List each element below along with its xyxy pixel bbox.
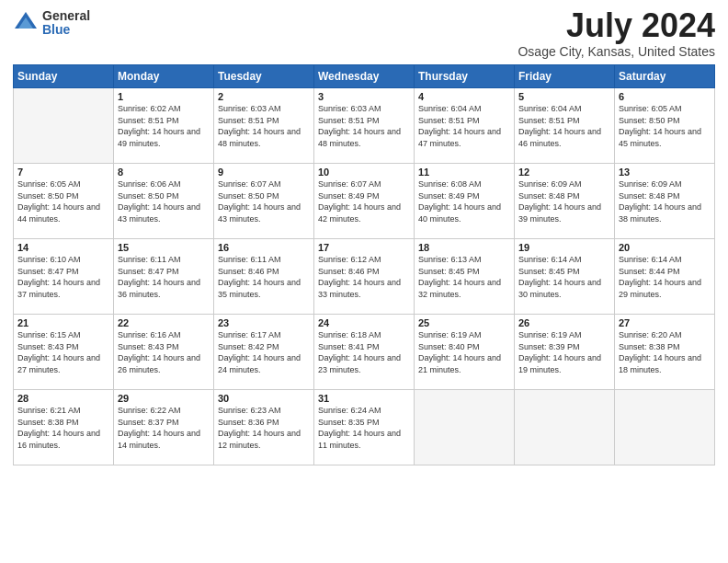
calendar-cell: 2Sunrise: 6:03 AM Sunset: 8:51 PM Daylig…: [214, 88, 314, 164]
calendar-cell: 31Sunrise: 6:24 AM Sunset: 8:35 PM Dayli…: [314, 390, 415, 465]
cell-info: Sunrise: 6:16 AM Sunset: 8:43 PM Dayligh…: [118, 329, 210, 375]
day-number: 31: [318, 393, 410, 404]
day-number: 21: [17, 317, 109, 328]
day-number: 30: [218, 393, 310, 404]
cell-info: Sunrise: 6:19 AM Sunset: 8:40 PM Dayligh…: [418, 329, 510, 375]
header-friday: Friday: [515, 65, 615, 88]
calendar-cell: [515, 390, 615, 465]
cell-info: Sunrise: 6:02 AM Sunset: 8:51 PM Dayligh…: [118, 103, 210, 149]
cell-info: Sunrise: 6:03 AM Sunset: 8:51 PM Dayligh…: [318, 103, 410, 149]
day-number: 13: [619, 167, 711, 178]
day-number: 2: [218, 91, 310, 102]
calendar-cell: 12Sunrise: 6:09 AM Sunset: 8:48 PM Dayli…: [515, 164, 615, 239]
calendar-cell: 29Sunrise: 6:22 AM Sunset: 8:37 PM Dayli…: [114, 390, 214, 465]
calendar-cell: 1Sunrise: 6:02 AM Sunset: 8:51 PM Daylig…: [114, 88, 214, 164]
calendar-cell: 15Sunrise: 6:11 AM Sunset: 8:47 PM Dayli…: [114, 239, 214, 315]
day-number: 22: [118, 317, 210, 328]
day-number: 24: [318, 317, 410, 328]
day-number: 14: [17, 242, 109, 253]
day-number: 9: [218, 167, 310, 178]
cell-info: Sunrise: 6:07 AM Sunset: 8:49 PM Dayligh…: [318, 178, 410, 224]
calendar-cell: 3Sunrise: 6:03 AM Sunset: 8:51 PM Daylig…: [314, 88, 415, 164]
day-number: 27: [619, 317, 711, 328]
day-number: 25: [418, 317, 510, 328]
week-row-0: 1Sunrise: 6:02 AM Sunset: 8:51 PM Daylig…: [14, 88, 715, 164]
calendar-cell: [615, 390, 715, 465]
calendar-cell: 13Sunrise: 6:09 AM Sunset: 8:48 PM Dayli…: [615, 164, 715, 239]
day-number: 23: [218, 317, 310, 328]
calendar-cell: [415, 390, 515, 465]
cell-info: Sunrise: 6:23 AM Sunset: 8:36 PM Dayligh…: [218, 405, 310, 451]
logo-general-text: General: [42, 9, 90, 23]
calendar-cell: 19Sunrise: 6:14 AM Sunset: 8:45 PM Dayli…: [515, 239, 615, 315]
day-number: 11: [418, 167, 510, 178]
calendar-cell: 20Sunrise: 6:14 AM Sunset: 8:44 PM Dayli…: [615, 239, 715, 315]
week-row-1: 7Sunrise: 6:05 AM Sunset: 8:50 PM Daylig…: [14, 164, 715, 239]
day-number: 17: [318, 242, 410, 253]
day-number: 5: [518, 91, 610, 102]
header-saturday: Saturday: [615, 65, 715, 88]
calendar-cell: 4Sunrise: 6:04 AM Sunset: 8:51 PM Daylig…: [415, 88, 515, 164]
week-row-3: 21Sunrise: 6:15 AM Sunset: 8:43 PM Dayli…: [14, 315, 715, 390]
day-number: 8: [118, 167, 210, 178]
header-thursday: Thursday: [415, 65, 515, 88]
calendar-cell: 11Sunrise: 6:08 AM Sunset: 8:49 PM Dayli…: [415, 164, 515, 239]
day-number: 29: [118, 393, 210, 404]
cell-info: Sunrise: 6:22 AM Sunset: 8:37 PM Dayligh…: [118, 405, 210, 451]
cell-info: Sunrise: 6:13 AM Sunset: 8:45 PM Dayligh…: [418, 254, 510, 300]
day-number: 4: [418, 91, 510, 102]
cell-info: Sunrise: 6:03 AM Sunset: 8:51 PM Dayligh…: [218, 103, 310, 149]
cell-info: Sunrise: 6:18 AM Sunset: 8:41 PM Dayligh…: [318, 329, 410, 375]
day-number: 19: [518, 242, 610, 253]
cell-info: Sunrise: 6:04 AM Sunset: 8:51 PM Dayligh…: [518, 103, 610, 149]
cell-info: Sunrise: 6:05 AM Sunset: 8:50 PM Dayligh…: [619, 103, 711, 149]
calendar-cell: 27Sunrise: 6:20 AM Sunset: 8:38 PM Dayli…: [615, 315, 715, 390]
logo: General Blue: [13, 9, 90, 38]
cell-info: Sunrise: 6:21 AM Sunset: 8:38 PM Dayligh…: [17, 405, 109, 451]
calendar-cell: 10Sunrise: 6:07 AM Sunset: 8:49 PM Dayli…: [314, 164, 415, 239]
header-sunday: Sunday: [14, 65, 114, 88]
cell-info: Sunrise: 6:14 AM Sunset: 8:45 PM Dayligh…: [518, 254, 610, 300]
cell-info: Sunrise: 6:11 AM Sunset: 8:47 PM Dayligh…: [118, 254, 210, 300]
day-number: 12: [518, 167, 610, 178]
cell-info: Sunrise: 6:11 AM Sunset: 8:46 PM Dayligh…: [218, 254, 310, 300]
logo-icon: [13, 10, 39, 36]
location-title: Osage City, Kansas, United States: [518, 44, 715, 59]
day-number: 7: [17, 167, 109, 178]
day-number: 18: [418, 242, 510, 253]
calendar-cell: 22Sunrise: 6:16 AM Sunset: 8:43 PM Dayli…: [114, 315, 214, 390]
calendar-cell: 18Sunrise: 6:13 AM Sunset: 8:45 PM Dayli…: [415, 239, 515, 315]
cell-info: Sunrise: 6:20 AM Sunset: 8:38 PM Dayligh…: [619, 329, 711, 375]
cell-info: Sunrise: 6:06 AM Sunset: 8:50 PM Dayligh…: [118, 178, 210, 224]
calendar-cell: [14, 88, 114, 164]
cell-info: Sunrise: 6:07 AM Sunset: 8:50 PM Dayligh…: [218, 178, 310, 224]
title-area: July 2024 Osage City, Kansas, United Sta…: [518, 9, 715, 59]
cell-info: Sunrise: 6:09 AM Sunset: 8:48 PM Dayligh…: [619, 178, 711, 224]
day-number: 20: [619, 242, 711, 253]
cell-info: Sunrise: 6:17 AM Sunset: 8:42 PM Dayligh…: [218, 329, 310, 375]
calendar-cell: 25Sunrise: 6:19 AM Sunset: 8:40 PM Dayli…: [415, 315, 515, 390]
day-number: 3: [318, 91, 410, 102]
calendar-page: General Blue July 2024 Osage City, Kansa…: [0, 0, 728, 563]
cell-info: Sunrise: 6:14 AM Sunset: 8:44 PM Dayligh…: [619, 254, 711, 300]
header-wednesday: Wednesday: [314, 65, 415, 88]
calendar-cell: 21Sunrise: 6:15 AM Sunset: 8:43 PM Dayli…: [14, 315, 114, 390]
calendar-table: Sunday Monday Tuesday Wednesday Thursday…: [13, 64, 715, 465]
day-number: 26: [518, 317, 610, 328]
week-row-2: 14Sunrise: 6:10 AM Sunset: 8:47 PM Dayli…: [14, 239, 715, 315]
cell-info: Sunrise: 6:05 AM Sunset: 8:50 PM Dayligh…: [17, 178, 109, 224]
calendar-cell: 14Sunrise: 6:10 AM Sunset: 8:47 PM Dayli…: [14, 239, 114, 315]
day-number: 10: [318, 167, 410, 178]
cell-info: Sunrise: 6:08 AM Sunset: 8:49 PM Dayligh…: [418, 178, 510, 224]
calendar-cell: 8Sunrise: 6:06 AM Sunset: 8:50 PM Daylig…: [114, 164, 214, 239]
day-number: 1: [118, 91, 210, 102]
header: General Blue July 2024 Osage City, Kansa…: [13, 9, 715, 59]
cell-info: Sunrise: 6:19 AM Sunset: 8:39 PM Dayligh…: [518, 329, 610, 375]
calendar-cell: 7Sunrise: 6:05 AM Sunset: 8:50 PM Daylig…: [14, 164, 114, 239]
cell-info: Sunrise: 6:24 AM Sunset: 8:35 PM Dayligh…: [318, 405, 410, 451]
day-number: 28: [17, 393, 109, 404]
days-header-row: Sunday Monday Tuesday Wednesday Thursday…: [14, 65, 715, 88]
logo-blue-text: Blue: [42, 23, 90, 37]
calendar-cell: 9Sunrise: 6:07 AM Sunset: 8:50 PM Daylig…: [214, 164, 314, 239]
month-title: July 2024: [518, 9, 715, 42]
